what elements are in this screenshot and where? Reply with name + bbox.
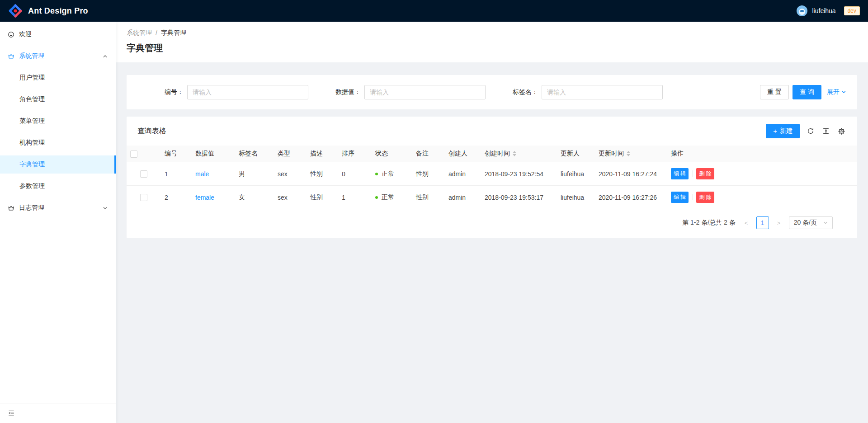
cell-updater: liufeihua — [557, 186, 595, 209]
sort-carets-icon — [513, 151, 516, 156]
chevron-down-icon — [103, 206, 108, 211]
cell-creator: admin — [445, 162, 481, 186]
sidebar-item-role-management[interactable]: 角色管理 — [0, 90, 116, 108]
chevron-down-icon — [823, 221, 828, 225]
sidebar-item-welcome[interactable]: 欢迎 — [0, 25, 116, 43]
table-row: 1 male 男 sex 性别 0 正常 性别 admin 2018-09-23… — [127, 162, 857, 186]
content-area: 系统管理 / 字典管理 字典管理 编号： 数据值： — [116, 22, 868, 423]
filter-card: 编号： 数据值： 标签名： 重 置 查 询 — [127, 75, 857, 109]
value-link[interactable]: female — [195, 194, 214, 201]
crown-icon — [8, 53, 14, 60]
cell-created: 2018-09-23 19:53:17 — [481, 186, 557, 209]
sidebar-item-menu-management[interactable]: 菜单管理 — [0, 112, 116, 130]
sidebar-item-param-management[interactable]: 参数管理 — [0, 177, 116, 195]
pagination-next[interactable]: > — [773, 216, 785, 229]
sort-carets-icon — [627, 151, 630, 156]
cell-updated: 2020-11-09 16:27:26 — [595, 186, 667, 209]
col-remark: 备注 — [412, 146, 445, 162]
cell-label: 男 — [235, 162, 274, 186]
sidebar-item-log-management[interactable]: 日志管理 — [0, 199, 116, 217]
select-all-checkbox[interactable] — [130, 150, 137, 158]
filter-field-id: 编号： — [137, 85, 315, 99]
expand-label: 展开 — [827, 88, 840, 96]
crown-icon — [8, 205, 14, 212]
col-sort: 排序 — [338, 146, 372, 162]
col-created: 创建时间 — [485, 150, 510, 158]
app-screen: Ant Design Pro liufeihua dev — [0, 0, 868, 423]
new-button-label: 新建 — [780, 127, 793, 135]
col-creator: 创建人 — [445, 146, 481, 162]
cell-created: 2018-09-23 19:52:54 — [481, 162, 557, 186]
expand-toggle[interactable]: 展开 — [827, 88, 846, 96]
column-height-icon[interactable] — [821, 127, 830, 136]
breadcrumb-separator: / — [156, 29, 157, 37]
sider-collapse-trigger[interactable] — [0, 404, 116, 423]
value-link[interactable]: male — [195, 170, 209, 178]
top-header: Ant Design Pro liufeihua dev — [0, 0, 868, 22]
filter-field-label: 标签名： — [492, 85, 669, 99]
sidebar-item-label: 字典管理 — [19, 160, 45, 169]
page-size-value: 20 条/页 — [794, 219, 817, 227]
col-created-sorter[interactable]: 创建时间 — [485, 150, 516, 158]
pagination-prev[interactable]: < — [740, 216, 753, 229]
breadcrumb: 系统管理 / 字典管理 — [127, 29, 857, 37]
header-user-area: liufeihua dev — [797, 5, 860, 16]
avatar[interactable] — [797, 5, 807, 16]
pagination-page-1[interactable]: 1 — [756, 216, 769, 229]
edit-button[interactable]: 编 辑 — [671, 192, 689, 203]
filter-actions: 重 置 查 询 展开 — [669, 85, 846, 99]
new-button[interactable]: + 新建 — [766, 124, 800, 138]
table-toolbar: 查询表格 + 新建 — [127, 117, 857, 146]
dict-table: 编号 数据值 标签名 类型 描述 排序 状态 备注 创建人 — [127, 146, 857, 209]
status-dot-icon — [375, 196, 378, 199]
sidebar-item-dict-management[interactable]: 字典管理 — [0, 155, 116, 174]
sidebar-item-label: 菜单管理 — [19, 117, 45, 125]
chevron-down-icon — [841, 89, 846, 96]
content-body: 编号： 数据值： 标签名： 重 置 查 询 — [116, 62, 868, 423]
reset-button[interactable]: 重 置 — [760, 85, 789, 99]
sidebar-item-org-management[interactable]: 机构管理 — [0, 134, 116, 152]
page-size-select[interactable]: 20 条/页 — [789, 216, 833, 229]
main-layout: 欢迎 系统管理 用户管理 — [0, 22, 868, 423]
cell-updater: liufeihua — [557, 162, 595, 186]
filter-input-value[interactable] — [364, 85, 486, 99]
pagination: 第 1-2 条/总共 2 条 < 1 > 20 条/页 — [127, 209, 857, 238]
table-card: 查询表格 + 新建 — [127, 117, 857, 238]
smile-icon — [8, 31, 14, 38]
sidebar: 欢迎 系统管理 用户管理 — [0, 22, 116, 423]
filter-field-value: 数据值： — [315, 85, 492, 99]
sidebar-item-user-management[interactable]: 用户管理 — [0, 69, 116, 87]
sidebar-item-label: 日志管理 — [19, 204, 44, 212]
username[interactable]: liufeihua — [812, 7, 835, 14]
col-updated-sorter[interactable]: 更新时间 — [599, 150, 630, 158]
menu-fold-icon — [8, 409, 15, 418]
edit-button[interactable]: 编 辑 — [671, 168, 689, 179]
filter-label-id: 编号： — [137, 88, 187, 96]
delete-button[interactable]: 删 除 — [696, 168, 714, 179]
breadcrumb-parent[interactable]: 系统管理 — [127, 29, 152, 37]
status-badge: 正常 — [375, 170, 394, 178]
search-button[interactable]: 查 询 — [793, 85, 821, 99]
sidebar-item-label: 欢迎 — [19, 30, 32, 38]
delete-button[interactable]: 删 除 — [696, 192, 714, 203]
cell-sort: 0 — [338, 162, 372, 186]
row-checkbox[interactable] — [140, 170, 147, 178]
toolbar-actions: + 新建 — [766, 124, 846, 138]
env-tag: dev — [844, 6, 860, 15]
breadcrumb-current: 字典管理 — [161, 29, 186, 37]
page-title: 字典管理 — [127, 42, 857, 54]
gear-icon[interactable] — [837, 127, 846, 136]
filter-input-id[interactable] — [187, 85, 308, 99]
ant-design-logo-icon — [8, 4, 23, 18]
filter-label-value: 数据值： — [315, 88, 364, 96]
sidebar-item-system-management[interactable]: 系统管理 — [0, 47, 116, 65]
filter-label-label: 标签名： — [492, 88, 542, 96]
reload-icon[interactable] — [806, 127, 815, 136]
filter-input-label[interactable] — [542, 85, 663, 99]
sidebar-menu: 欢迎 系统管理 用户管理 — [0, 22, 116, 217]
logo-area[interactable]: Ant Design Pro — [8, 4, 88, 18]
action-divider — [692, 194, 693, 200]
chevron-up-icon — [103, 54, 108, 59]
row-checkbox[interactable] — [140, 194, 147, 201]
sidebar-item-label: 系统管理 — [19, 52, 44, 60]
